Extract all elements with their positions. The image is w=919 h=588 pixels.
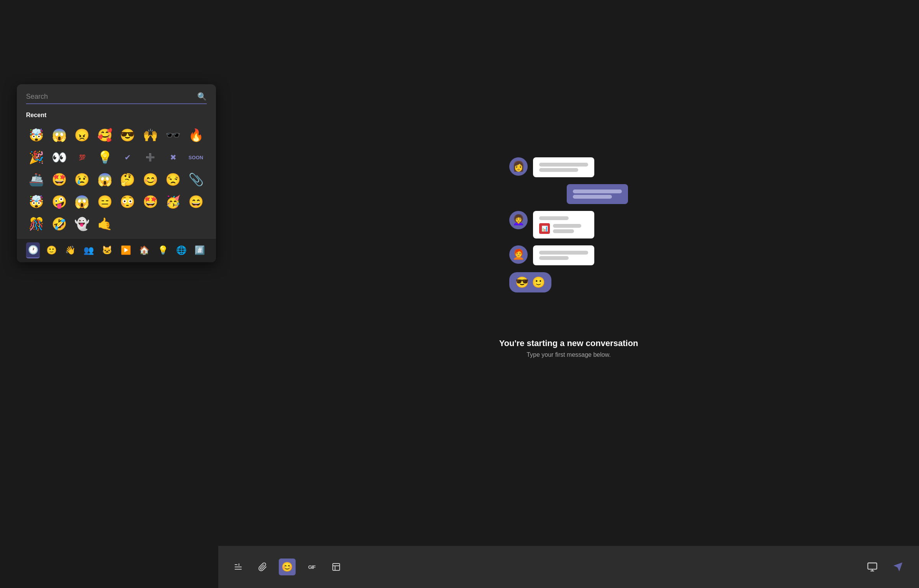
search-icon: 🔍 <box>197 92 207 101</box>
emoji-item[interactable]: 😑 <box>95 191 115 212</box>
emoji-item[interactable]: 🔥 <box>186 125 206 145</box>
cat-objects[interactable]: 🏠 <box>137 242 151 258</box>
emoji-item[interactable]: 👻 <box>72 214 92 234</box>
msg-bubble-1 <box>533 157 594 177</box>
gif-icon[interactable]: GIF <box>303 559 320 575</box>
emoji-item[interactable]: 😱 <box>95 169 115 190</box>
emoji-item[interactable]: 👀 <box>49 147 70 168</box>
format-icon[interactable] <box>230 559 247 575</box>
avatar-3: 🧑‍🦰 <box>509 245 528 264</box>
message-row-2 <box>509 184 628 204</box>
emoji-item[interactable]: 📎 <box>186 169 206 190</box>
emoji-item[interactable]: 🤯 <box>26 191 47 212</box>
emoji-item[interactable]: 🕶️ <box>163 125 183 145</box>
emoji-item[interactable]: 😊 <box>140 169 161 190</box>
bottom-toolbar: 😊 GIF <box>218 546 919 588</box>
emoji-item[interactable]: 😒 <box>163 169 183 190</box>
emoji-picker: 🔍 Recent 🤯 😱 😠 🥰 😎 🙌 🕶️ 🔥 🎉 👀 💯 💡 ✔ ➕ ✖ … <box>17 84 216 262</box>
cat-people[interactable]: 👥 <box>82 242 95 258</box>
attachment-preview: 📊 <box>539 222 588 235</box>
emoji-item[interactable]: SOON <box>186 147 206 168</box>
screen-share-icon[interactable] <box>864 559 881 575</box>
emoji-item[interactable]: 😠 <box>72 125 92 145</box>
emoji-item[interactable]: 🤙 <box>95 214 115 234</box>
emoji-item[interactable]: 😳 <box>117 191 138 212</box>
search-input[interactable] <box>26 93 197 101</box>
emoji-item[interactable]: 😱 <box>49 125 70 145</box>
emoji-item[interactable]: 😢 <box>72 169 92 190</box>
svg-rect-7 <box>868 563 876 569</box>
emoji-item[interactable]: 🥳 <box>163 191 183 212</box>
emoji-item[interactable]: 🤪 <box>49 191 70 212</box>
emoji-item[interactable]: ➕ <box>140 147 161 168</box>
msg-bubble-4 <box>533 245 594 265</box>
cat-flags[interactable]: 🌐 <box>174 242 188 258</box>
message-row-3: 👩‍🦱 📊 <box>509 211 628 238</box>
search-container: 🔍 <box>26 92 207 104</box>
avatar-2: 👩‍🦱 <box>509 211 528 229</box>
emoji-item[interactable]: 🚢 <box>26 169 47 190</box>
emoji-item[interactable]: 🤯 <box>26 125 47 145</box>
msg-bubble-3: 📊 <box>533 211 594 238</box>
emoji-reaction-row: 😎 🙂 <box>509 272 628 292</box>
new-convo-sub: Type your first message below. <box>499 351 638 358</box>
conversation-preview: 👩 👩‍🦱 📊 <box>509 157 628 292</box>
emoji-reaction: 😎 🙂 <box>509 272 551 292</box>
cat-smileys[interactable]: 🙂 <box>44 242 58 258</box>
emoji-item[interactable]: 🤩 <box>49 169 70 190</box>
emoji-item[interactable]: 💯 <box>72 147 92 168</box>
emoji-grid: 🤯 😱 😠 🥰 😎 🙌 🕶️ 🔥 🎉 👀 💯 💡 ✔ ➕ ✖ SOON 🚢 🤩 … <box>26 125 207 234</box>
emoji-item[interactable]: ✔ <box>117 147 138 168</box>
emoji-item[interactable]: 🤣 <box>49 214 70 234</box>
cat-play[interactable]: ▶️ <box>119 242 132 258</box>
msg-bubble-2 <box>567 184 628 204</box>
emoji-item[interactable]: 🥰 <box>95 125 115 145</box>
reaction-emoji-1: 😎 <box>515 276 529 289</box>
new-convo-title: You're starting a new conversation <box>499 338 638 348</box>
emoji-item[interactable]: ✖ <box>163 147 183 168</box>
emoji-item[interactable]: 🤩 <box>140 191 161 212</box>
send-button[interactable] <box>888 557 908 577</box>
emoji-item[interactable]: 😱 <box>72 191 92 212</box>
cat-tags[interactable]: #️⃣ <box>193 242 207 258</box>
cat-recent[interactable]: 🕐 <box>26 242 40 258</box>
emoji-item[interactable]: 😄 <box>186 191 206 212</box>
new-convo-text: You're starting a new conversation Type … <box>499 338 638 358</box>
emoji-item[interactable]: 🎉 <box>26 147 47 168</box>
cat-animals[interactable]: 🐱 <box>100 242 114 258</box>
emoji-item[interactable]: 💡 <box>95 147 115 168</box>
svg-rect-4 <box>333 564 340 570</box>
emoji-item[interactable]: 🙌 <box>140 125 161 145</box>
category-bar: 🕐 🙂 👋 👥 🐱 ▶️ 🏠 💡 🌐 #️⃣ <box>17 238 216 262</box>
message-row-1: 👩 <box>509 157 628 177</box>
attachment-icon: 📊 <box>539 223 550 234</box>
emoji-item[interactable]: 🤔 <box>117 169 138 190</box>
reaction-emoji-2: 🙂 <box>532 276 545 289</box>
avatar-1: 👩 <box>509 157 528 176</box>
emoji-item[interactable]: 🎊 <box>26 214 47 234</box>
sticker-icon[interactable] <box>328 559 345 575</box>
emoji-picker-icon[interactable]: 😊 <box>279 559 296 575</box>
recent-label: Recent <box>26 112 207 119</box>
cat-gestures[interactable]: 👋 <box>63 242 77 258</box>
attach-icon[interactable] <box>254 559 271 575</box>
emoji-item[interactable]: 😎 <box>117 125 138 145</box>
chat-area: 👩 👩‍🦱 📊 <box>218 0 919 546</box>
message-row-4: 🧑‍🦰 <box>509 245 628 265</box>
cat-symbols[interactable]: 💡 <box>156 242 170 258</box>
